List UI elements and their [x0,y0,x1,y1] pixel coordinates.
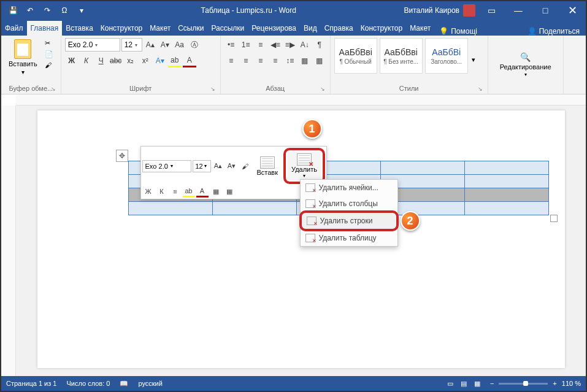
menu-delete-rows[interactable]: Удалить строки [299,210,399,231]
grow-font-icon[interactable]: A▴ [144,38,157,52]
show-marks-icon[interactable]: ¶ [313,38,326,52]
mini-font-color-icon[interactable]: A [196,185,209,198]
tab-layout[interactable]: Макет [146,21,174,36]
bullets-icon[interactable]: •≡ [224,38,238,52]
ribbon-options-icon[interactable]: ▭ [478,1,505,20]
format-painter-icon[interactable]: 🖌 [45,61,56,71]
tab-mailings[interactable]: Рассылки [207,21,248,36]
change-case-icon[interactable]: Aa [173,38,186,52]
tab-references[interactable]: Ссылки [174,21,207,36]
zoom-in-button[interactable]: + [553,380,556,387]
line-spacing-icon[interactable]: ↕≡ [283,54,297,67]
mini-highlight-icon[interactable]: ab [183,185,195,198]
font-color-icon[interactable]: A [183,54,196,67]
menu-delete-table[interactable]: Удалить таблицу [301,230,397,246]
style-normal[interactable]: АаБбВві¶ Обычный [334,38,377,74]
justify-icon[interactable]: ≡ [269,54,282,67]
zoom-out-button[interactable]: − [490,380,494,387]
tab-table-design[interactable]: Конструктор [357,21,406,36]
zoom-level[interactable]: 110 % [562,380,581,387]
subscript-button[interactable]: x₂ [124,54,137,67]
save-icon[interactable]: 💾 [7,5,18,16]
highlight-icon[interactable]: ab [168,54,182,67]
mini-font-combo[interactable]: Exo 2.0▾ [142,160,191,172]
tab-view[interactable]: Вид [300,21,321,36]
qat-more-icon[interactable]: ▾ [76,5,87,16]
align-left-icon[interactable]: ≡ [224,54,238,67]
indent-icon[interactable]: ≡▶ [283,38,297,52]
undo-icon[interactable]: ↶ [25,5,36,16]
mini-shrink-icon[interactable]: A▾ [226,160,238,172]
copy-icon[interactable]: 📄 [45,50,56,60]
shading-icon[interactable]: ▦ [298,54,312,67]
font-size-combo[interactable]: 12▾ [121,38,142,52]
dialog-launcher-icon[interactable]: ↘ [51,86,56,92]
italic-button[interactable]: К [80,54,93,67]
align-center-icon[interactable]: ≡ [239,54,253,67]
mini-italic-button[interactable]: К [156,185,168,198]
style-nospacing[interactable]: АаБбВві¶ Без инте... [380,38,423,74]
outdent-icon[interactable]: ◀≡ [269,38,282,52]
dialog-launcher-icon[interactable]: ↘ [320,86,325,92]
multilevel-icon[interactable]: ≡ [254,38,267,52]
view-web-icon[interactable]: ▦ [474,380,480,388]
borders-icon[interactable]: ▦ [313,54,326,67]
view-print-icon[interactable]: ▤ [461,380,467,388]
tab-review[interactable]: Рецензирова [248,21,300,36]
mini-bold-button[interactable]: Ж [142,185,155,198]
status-proofing-icon[interactable]: 📖 [120,380,128,388]
styles-more-icon[interactable]: ▾ [472,56,483,66]
status-language[interactable]: русский [138,380,162,387]
mini-delete-button[interactable]: Удалить ▾ [287,152,321,180]
mini-align-icon[interactable]: ≡ [169,185,182,198]
font-name-combo[interactable]: Exo 2.0▾ [65,38,120,52]
zoom-slider[interactable] [499,383,548,385]
ruler-horizontal[interactable] [16,94,586,106]
dialog-launcher-icon[interactable]: ↘ [210,86,215,92]
dialog-launcher-icon[interactable]: ↘ [478,86,483,92]
mini-insert-button[interactable]: Вставк [253,155,283,178]
sort-icon[interactable]: A↓ [298,38,312,52]
align-right-icon[interactable]: ≡ [254,54,267,67]
editing-button[interactable]: 🔍 Редактирование ▾ [492,38,559,91]
tab-home[interactable]: Главная [27,21,63,36]
mini-grow-icon[interactable]: A▴ [212,160,224,172]
style-heading1[interactable]: АаБбВіЗаголово... [425,38,468,74]
tab-help[interactable]: Справка [321,21,357,36]
mini-borders-icon[interactable]: ▦ [210,185,222,198]
page[interactable]: ✥ Exo 2.0▾ 12▾ A▴ A▾ 🖌 Вставк [37,110,565,368]
cut-icon[interactable]: ✂ [45,39,56,49]
tab-file[interactable]: Файл [1,21,27,36]
mini-shading-icon[interactable]: ▦ [223,185,236,198]
menu-delete-columns[interactable]: Удалить столбцы [301,196,397,212]
underline-button[interactable]: Ч [94,54,108,67]
clear-format-icon[interactable]: Ⓐ [188,38,201,52]
ruler-vertical[interactable] [1,106,16,376]
user-badge[interactable]: Виталий Каиров [404,4,478,17]
numbering-icon[interactable]: 1≡ [239,38,253,52]
share-button[interactable]: 👤Поделиться [521,27,586,36]
tab-insert[interactable]: Вставка [62,21,97,36]
status-words[interactable]: Число слов: 0 [66,380,110,387]
mini-size-combo[interactable]: 12▾ [193,160,211,172]
paste-button[interactable]: Вставить ▾ [5,38,41,83]
text-effects-icon[interactable]: A▾ [153,54,167,67]
redo-icon[interactable]: ↷ [42,5,53,16]
symbol-icon[interactable]: Ω [59,5,70,16]
maximize-button[interactable]: □ [532,1,559,20]
mini-format-painter-icon[interactable]: 🖌 [239,160,251,172]
tab-design[interactable]: Конструктор [97,21,146,36]
tell-me[interactable]: 💡Помощі [434,27,482,36]
table-resize-handle[interactable] [550,215,558,222]
table-move-handle[interactable]: ✥ [116,150,128,162]
shrink-font-icon[interactable]: A▾ [158,38,172,52]
minimize-button[interactable]: — [505,1,532,20]
status-page[interactable]: Страница 1 из 1 [6,380,56,387]
superscript-button[interactable]: x² [139,54,152,67]
bold-button[interactable]: Ж [65,54,79,67]
view-read-icon[interactable]: ▭ [447,380,453,388]
tab-table-layout[interactable]: Макет [406,21,434,36]
menu-delete-cells[interactable]: Удалить ячейки... [301,180,397,196]
close-button[interactable]: ✕ [559,1,586,20]
strike-button[interactable]: abc [109,54,123,67]
